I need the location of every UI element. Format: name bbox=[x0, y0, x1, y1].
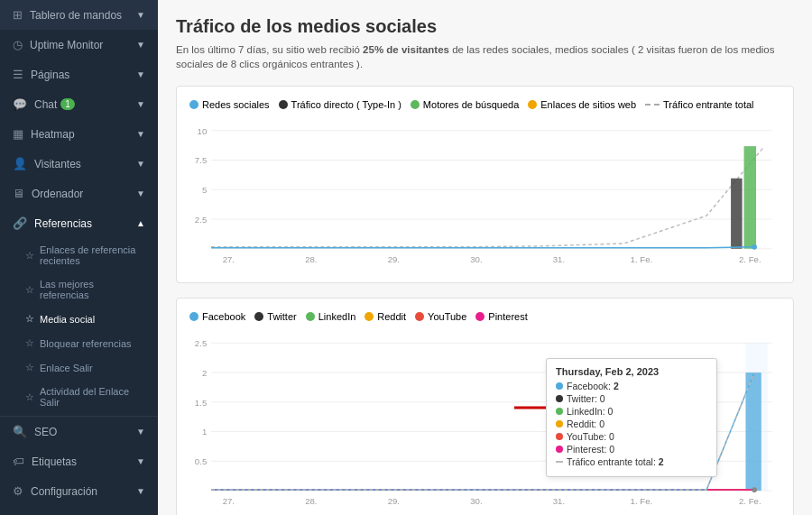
svg-text:1. Fe.: 1. Fe. bbox=[631, 254, 653, 264]
svg-rect-31 bbox=[745, 372, 761, 491]
sidebar-item-label: Páginas bbox=[31, 69, 69, 81]
ordenador-icon: 🖥 bbox=[13, 187, 24, 200]
tooltip-row-pinterest: Pinterest: 0 bbox=[556, 444, 707, 455]
sidebar-item-uptime[interactable]: ◷ Uptime Monitor ▼ bbox=[0, 30, 158, 60]
sidebar-item-actividad-salir[interactable]: ☆ Actividad del Enlace Salir bbox=[0, 380, 158, 414]
tooltip-row-reddit: Reddit: 0 bbox=[556, 418, 707, 429]
legend-dot-directo bbox=[279, 100, 288, 109]
sidebar-item-label: Chat bbox=[34, 98, 57, 111]
sidebar-item-media-social[interactable]: ☆ Media social bbox=[0, 307, 158, 331]
chart1-svg: 10 7.5 5 2.5 27. bbox=[189, 119, 780, 272]
chart-overall: Redes sociales Tráfico directo ( Type-In… bbox=[176, 86, 794, 283]
sidebar-item-enlace-salir[interactable]: ☆ Enlace Salir bbox=[0, 355, 158, 380]
svg-text:31.: 31. bbox=[553, 254, 565, 264]
tablero-icon: ⊞ bbox=[13, 8, 23, 22]
legend-dot-youtube bbox=[415, 312, 424, 321]
svg-point-32 bbox=[752, 487, 757, 492]
sidebar-item-label: Enlaces de referencia recientes bbox=[40, 244, 145, 266]
sidebar-item-label: SEO bbox=[34, 426, 57, 438]
sidebar-item-label: Enlace Salir bbox=[40, 363, 93, 373]
chevron-icon: ▼ bbox=[136, 427, 145, 437]
legend-motores: Motores de búsqueda bbox=[411, 99, 519, 110]
svg-text:2. Fe.: 2. Fe. bbox=[739, 496, 761, 506]
sidebar-item-label: Tablero de mandos bbox=[30, 9, 122, 22]
sidebar-item-etiquetas[interactable]: 🏷 Etiquetas ▼ bbox=[0, 446, 158, 476]
sidebar-item-referencias[interactable]: 🔗 Referencias ▲ bbox=[0, 208, 158, 238]
legend-dot-twitter bbox=[254, 312, 263, 321]
svg-text:1.5: 1.5 bbox=[195, 398, 207, 408]
chat-icon: 💬 bbox=[13, 97, 27, 111]
svg-rect-10 bbox=[731, 179, 743, 249]
svg-text:27.: 27. bbox=[223, 254, 235, 264]
star-icon: ☆ bbox=[25, 337, 34, 349]
star-icon: ☆ bbox=[25, 250, 34, 262]
legend-dot-pinterest bbox=[475, 312, 484, 321]
tooltip-dot bbox=[556, 395, 563, 402]
sidebar-item-label: Uptime Monitor bbox=[30, 39, 103, 51]
star-icon: ☆ bbox=[25, 284, 34, 296]
legend-facebook: Facebook bbox=[189, 311, 245, 322]
svg-text:1. Fe.: 1. Fe. bbox=[631, 496, 653, 506]
legend-dot-reddit bbox=[364, 312, 374, 321]
heatmap-icon: ▦ bbox=[13, 127, 23, 141]
tooltip-row-linkedin: LinkedIn: 0 bbox=[556, 406, 707, 417]
sidebar-item-heatmap[interactable]: ▦ Heatmap ▼ bbox=[0, 119, 158, 149]
uptime-icon: ◷ bbox=[13, 38, 23, 51]
legend-dot-linkedin bbox=[306, 312, 315, 321]
legend-pinterest: Pinterest bbox=[475, 311, 527, 322]
star-icon: ☆ bbox=[25, 313, 34, 325]
sidebar-item-visitantes[interactable]: 👤 Visitantes ▼ bbox=[0, 149, 158, 179]
legend-redes: Redes sociales bbox=[189, 99, 270, 110]
chevron-icon: ▼ bbox=[136, 159, 145, 169]
sidebar-item-label: Configuración bbox=[31, 485, 97, 498]
svg-text:28.: 28. bbox=[305, 254, 317, 264]
legend-twitter: Twitter bbox=[254, 311, 296, 322]
tooltip-dot bbox=[556, 461, 563, 463]
sidebar-item-mejores-referencias[interactable]: ☆ Las mejores referencias bbox=[0, 272, 158, 307]
chevron-icon: ▲ bbox=[136, 218, 145, 228]
sidebar-item-ordenador[interactable]: 🖥 Ordenador ▼ bbox=[0, 179, 158, 208]
chevron-icon: ▼ bbox=[136, 99, 145, 109]
chevron-icon: ▼ bbox=[136, 129, 145, 139]
chart2-legend: Facebook Twitter LinkedIn Reddit YouTube… bbox=[189, 311, 780, 322]
legend-reddit: Reddit bbox=[364, 311, 406, 322]
svg-text:1: 1 bbox=[202, 428, 207, 437]
sidebar-item-configuracion[interactable]: ⚙ Configuración ▼ bbox=[0, 476, 158, 506]
svg-text:5: 5 bbox=[202, 185, 207, 195]
legend-directo: Tráfico directo ( Type-In ) bbox=[279, 99, 401, 110]
page-subtitle: En los último 7 días, su sitio web recib… bbox=[176, 42, 794, 71]
svg-text:30.: 30. bbox=[470, 496, 482, 506]
etiquetas-icon: 🏷 bbox=[13, 455, 24, 468]
chart-social: Facebook Twitter LinkedIn Reddit YouTube… bbox=[176, 298, 794, 515]
svg-text:0.5: 0.5 bbox=[195, 456, 207, 466]
tooltip-row-twitter: Twitter: 0 bbox=[556, 393, 707, 404]
legend-dot-enlaces bbox=[528, 100, 537, 109]
sidebar-item-bloquear[interactable]: ☆ Bloquear referencias bbox=[0, 331, 158, 355]
sidebar-item-chat[interactable]: 💬 Chat 1 ▼ bbox=[0, 89, 158, 119]
tooltip-dot bbox=[556, 382, 563, 390]
chat-badge: 1 bbox=[60, 98, 75, 110]
svg-text:30.: 30. bbox=[470, 254, 482, 264]
legend-dot-motores bbox=[411, 100, 420, 109]
svg-text:28.: 28. bbox=[305, 496, 317, 506]
tooltip-dot bbox=[556, 420, 563, 428]
legend-enlaces: Enlaces de sitios web bbox=[528, 99, 636, 110]
svg-text:2. Fe.: 2. Fe. bbox=[739, 254, 761, 264]
svg-text:2.5: 2.5 bbox=[195, 215, 207, 225]
sidebar-item-seo[interactable]: 🔍 SEO ▼ bbox=[0, 417, 158, 446]
tooltip-dot bbox=[556, 408, 563, 415]
sidebar-section-seo: 🔍 SEO ▼ bbox=[0, 416, 158, 446]
chevron-icon: ▼ bbox=[136, 456, 145, 466]
sidebar-item-label: Media social bbox=[40, 314, 95, 325]
config-icon: ⚙ bbox=[13, 484, 23, 498]
sidebar-item-enlaces-recientes[interactable]: ☆ Enlaces de referencia recientes bbox=[0, 238, 158, 272]
tooltip-dot bbox=[556, 446, 563, 453]
chart2-container: 2.5 2 1.5 1 0.5 bbox=[189, 331, 780, 514]
chart1-container: 10 7.5 5 2.5 27. bbox=[189, 119, 780, 275]
star-icon: ☆ bbox=[25, 391, 34, 403]
svg-rect-9 bbox=[744, 146, 756, 249]
legend-dot-redes bbox=[189, 100, 198, 109]
sidebar-item-tablero[interactable]: ⊞ Tablero de mandos ▼ bbox=[0, 0, 158, 30]
legend-youtube: YouTube bbox=[415, 311, 466, 322]
sidebar-item-paginas[interactable]: ☰ Páginas ▼ bbox=[0, 60, 158, 89]
